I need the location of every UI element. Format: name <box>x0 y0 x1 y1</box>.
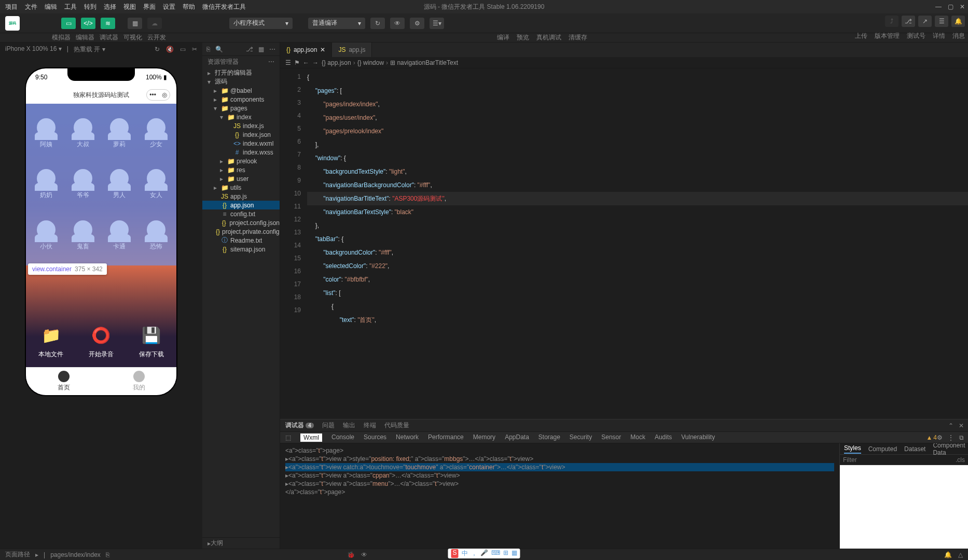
more-icon[interactable]: ⋯ <box>269 46 275 53</box>
st-Dataset[interactable]: Dataset <box>904 445 925 453</box>
dt2-Wxml[interactable]: Wxml <box>300 433 322 442</box>
menu-微信开发者工具[interactable]: 微信开发者工具 <box>202 3 246 11</box>
page-path[interactable]: pages/index/index <box>50 551 101 558</box>
test-button[interactable]: ↗ <box>918 16 932 27</box>
tab-首页[interactable]: 首页 <box>26 368 101 395</box>
dt2-Network[interactable]: Network <box>396 433 419 442</box>
phone-simulator[interactable]: 9:50 100% ▮ 独家科技源码站测试 •••◎ 阿姨大叔萝莉少女奶奶爷爷男… <box>26 68 176 395</box>
devtools-collapse-icon[interactable]: ⌃ <box>948 422 953 429</box>
file-utils[interactable]: ▸📁utils <box>202 183 280 192</box>
action-本地文件[interactable]: 📁本地文件 <box>38 323 63 359</box>
file-res[interactable]: ▸📁res <box>202 165 280 174</box>
menu-文件[interactable]: 文件 <box>25 3 37 11</box>
dt2-Vulnerability[interactable]: Vulnerability <box>681 433 715 442</box>
remote-debug-button[interactable]: ⚙ <box>410 18 424 29</box>
voice-男人[interactable]: 男人 <box>101 159 138 211</box>
minimize-icon[interactable]: — <box>935 3 942 10</box>
branch-icon[interactable]: ⎇ <box>246 46 253 53</box>
dt2-Security[interactable]: Security <box>570 433 592 442</box>
cut-icon[interactable]: ✂ <box>192 46 197 53</box>
file-index.wxss[interactable]: #index.wxss <box>202 148 280 157</box>
device-selector[interactable]: iPhone X 100% 16 ▾ <box>5 45 62 54</box>
outline-section[interactable]: ▸ 大纲 <box>202 537 280 549</box>
dt2-Storage[interactable]: Storage <box>538 433 560 442</box>
compile-dropdown[interactable]: 普通编译▾ <box>308 18 365 29</box>
status-eye-icon[interactable]: 👁 <box>361 551 367 558</box>
tab-app.js[interactable]: JSapp.js <box>332 43 372 57</box>
voice-奶奶[interactable]: 奶奶 <box>28 159 65 211</box>
open-editors-section[interactable]: ▸打开的编辑器 <box>202 68 280 77</box>
menu-转到[interactable]: 转到 <box>84 3 96 11</box>
voice-小伙[interactable]: 小伙 <box>28 210 65 261</box>
dt1-代码质量[interactable]: 代码质量 <box>384 421 409 430</box>
devtools-more-icon[interactable]: ⋮ <box>948 434 954 441</box>
menu-视图[interactable]: 视图 <box>123 3 136 11</box>
file-app.json[interactable]: {}app.json <box>202 201 280 209</box>
styles-filter[interactable]: Filter <box>843 456 857 464</box>
voice-鬼畜[interactable]: 鬼畜 <box>65 210 102 261</box>
file-pages[interactable]: ▾📁pages <box>202 104 280 113</box>
file-@babel[interactable]: ▸📁@babel <box>202 86 280 95</box>
simulator-button[interactable]: ▭ <box>61 18 76 29</box>
file-index.wxml[interactable]: <>index.wxml <box>202 139 280 148</box>
dt2-Mock[interactable]: Mock <box>630 433 645 442</box>
inspect-icon[interactable]: ⬚ <box>285 434 291 441</box>
debugger-button[interactable]: ≋ <box>101 18 115 29</box>
cloud-button[interactable]: ☁ <box>147 18 162 29</box>
close-tab-icon[interactable]: ✕ <box>320 46 325 53</box>
action-保存下载[interactable]: 💾保存下载 <box>139 323 164 359</box>
file-config.txt[interactable]: ≡config.txt <box>202 209 280 218</box>
editor-button[interactable]: </> <box>81 18 95 29</box>
bc-back-icon[interactable]: ☰ <box>285 59 291 66</box>
device-icon[interactable]: ▭ <box>180 46 186 53</box>
file-project.private.config.js...[interactable]: {}project.private.config.js... <box>202 227 280 236</box>
voice-萝莉[interactable]: 萝莉 <box>101 108 138 159</box>
file-project.config.json[interactable]: {}project.config.json <box>202 218 280 227</box>
clear-cache-button[interactable]: ☰▾ <box>430 18 444 29</box>
file-index.js[interactable]: JSindex.js <box>202 121 280 130</box>
bc-next-icon[interactable]: → <box>312 59 319 66</box>
voice-少女[interactable]: 少女 <box>138 108 175 159</box>
file-sitemap.json[interactable]: {}sitemap.json <box>202 245 280 254</box>
bc-prev-icon[interactable]: ← <box>303 59 309 66</box>
devtools-dock-icon[interactable]: ⧉ <box>959 434 964 441</box>
dt2-Sources[interactable]: Sources <box>364 433 386 442</box>
file-app.js[interactable]: JSapp.js <box>202 192 280 201</box>
status-bug-icon[interactable]: 🐞 <box>347 551 355 558</box>
breadcrumb[interactable]: ☰ ⚑ ← → {} app.json›{} window›⊞ navigati… <box>280 57 968 68</box>
voice-阿姨[interactable]: 阿姨 <box>28 108 65 159</box>
dt1-调试器[interactable]: 调试器 4 <box>285 421 314 430</box>
cls-toggle[interactable]: .cls <box>956 456 965 464</box>
voice-女人[interactable]: 女人 <box>138 159 175 211</box>
voice-爷爷[interactable]: 爷爷 <box>65 159 102 211</box>
copy-icon[interactable]: ⎘ <box>206 46 210 53</box>
menu-项目[interactable]: 项目 <box>5 3 18 11</box>
voice-卡通[interactable]: 卡通 <box>101 210 138 261</box>
devtools-settings-icon[interactable]: ⚙ <box>937 434 943 441</box>
close-icon[interactable]: ✕ <box>960 3 965 10</box>
menu-工具[interactable]: 工具 <box>64 3 77 11</box>
file-prelook[interactable]: ▸📁prelook <box>202 157 280 165</box>
message-button[interactable]: 🔔 <box>951 16 965 27</box>
dt2-Audits[interactable]: Audits <box>655 433 672 442</box>
root-folder[interactable]: ▾源码 <box>202 77 280 86</box>
tab-app.json[interactable]: {}app.json✕ <box>280 43 332 57</box>
ext-icon[interactable]: ▦ <box>258 46 264 53</box>
visual-button[interactable]: ▦ <box>128 18 142 29</box>
st-Styles[interactable]: Styles <box>844 444 861 454</box>
bc-bookmark-icon[interactable]: ⚑ <box>294 59 300 66</box>
dt1-输出[interactable]: 输出 <box>343 421 355 430</box>
file-user[interactable]: ▸📁user <box>202 174 280 183</box>
mute-icon[interactable]: 🔇 <box>166 46 174 53</box>
compile-button[interactable]: ↻ <box>370 18 385 29</box>
menu-设置[interactable]: 设置 <box>163 3 175 11</box>
dt2-Console[interactable]: Console <box>331 433 354 442</box>
menu-编辑[interactable]: 编辑 <box>45 3 57 11</box>
dom-tree[interactable]: <a">class="t">page> ▸<a">class="t">view … <box>280 443 839 549</box>
dt2-Performance[interactable]: Performance <box>428 433 464 442</box>
tab-我的[interactable]: 我的 <box>101 368 176 395</box>
hot-reload[interactable]: 热重载 开 ▾ <box>74 45 105 54</box>
mode-dropdown[interactable]: 小程序模式▾ <box>229 18 293 29</box>
upload-button[interactable]: ⤴ <box>885 16 898 27</box>
status-triangle-icon[interactable]: △ <box>958 551 963 558</box>
